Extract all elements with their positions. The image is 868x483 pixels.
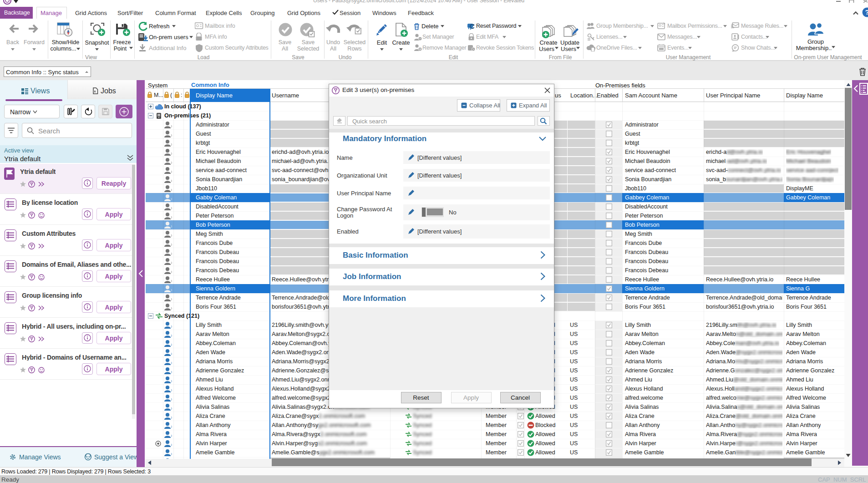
svg-text:?: ? (865, 8, 868, 16)
